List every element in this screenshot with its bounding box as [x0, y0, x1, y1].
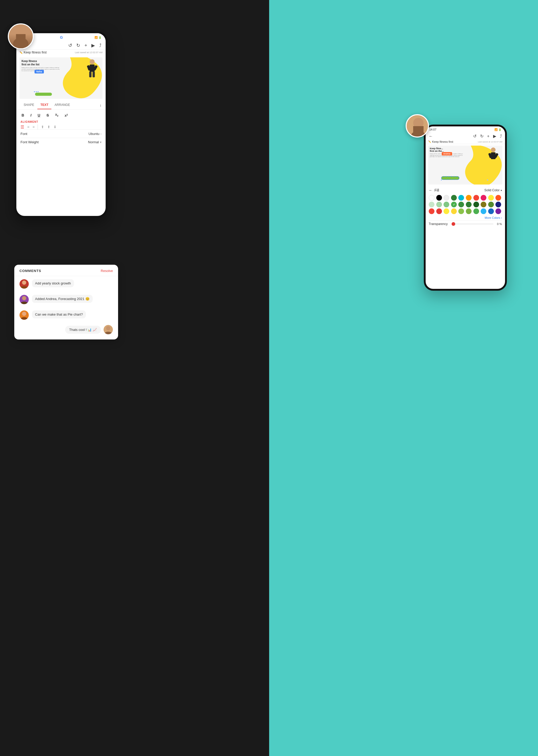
resolve-button[interactable]: Resolve	[101, 269, 113, 273]
font-weight-property-row: Font Weight Normal ▾	[21, 138, 101, 146]
comment-text-2: Added Andrea, Forecasting 2021 😊	[35, 297, 89, 301]
color-yellow2[interactable]	[488, 195, 494, 201]
transparency-value: 0 %	[496, 222, 502, 226]
play-icon[interactable]: ▶	[91, 42, 95, 48]
font-weight-value: Normal	[88, 140, 99, 144]
color-green6[interactable]	[466, 202, 471, 207]
download-icon[interactable]: ↓	[100, 103, 101, 107]
color-lightgreen1[interactable]	[429, 202, 434, 207]
tab-shape[interactable]: SHAPE	[21, 101, 37, 109]
fill-header: ← Fill Solid Color ▾	[429, 188, 502, 192]
color-red3[interactable]	[429, 208, 434, 214]
share-icon[interactable]: ⤴	[99, 43, 101, 48]
phone2-doc-title[interactable]: Keep fitness first	[432, 140, 453, 143]
phone2-play-icon[interactable]: ▶	[493, 134, 496, 138]
svg-rect-12	[413, 126, 424, 135]
align-left-button[interactable]: ☰	[21, 125, 24, 130]
color-purple[interactable]	[496, 208, 501, 214]
color-lightgreen8[interactable]	[458, 208, 464, 214]
fill-back-icon[interactable]: ←	[429, 188, 432, 192]
align-middle-button[interactable]: ⬆	[47, 125, 50, 129]
comment-avatar-2	[20, 295, 29, 304]
svg-point-18	[22, 281, 26, 285]
comment-item-3: Can we make that as Pie chart?	[14, 307, 118, 323]
color-lightgreen2[interactable]	[436, 202, 442, 207]
svg-rect-8	[93, 72, 95, 77]
color-lightgray[interactable]	[444, 195, 449, 201]
color-green3[interactable]	[444, 202, 449, 207]
phone2-undo-icon[interactable]: ↺	[473, 134, 476, 138]
phone2-signal: 📶 🔋	[494, 128, 502, 131]
color-white[interactable]	[429, 195, 434, 201]
phone2-add-icon[interactable]: +	[487, 134, 490, 138]
edit-icon: ✏️	[20, 51, 23, 54]
color-green4-selected[interactable]	[451, 202, 457, 207]
phone1-title-bar: ✏️ Keep fitness first Last saved at 12:0…	[16, 50, 106, 55]
comment-text-1: Add yearly stock growth	[35, 281, 71, 285]
back-icon[interactable]: ←	[429, 134, 433, 138]
phone2-share-icon[interactable]: ⤴	[500, 134, 502, 138]
subscript-button[interactable]: X2	[54, 113, 59, 118]
color-black[interactable]	[436, 195, 442, 201]
color-green10[interactable]	[473, 208, 479, 214]
avatar-2	[405, 114, 429, 137]
color-darkolive[interactable]	[488, 202, 494, 207]
phone1-text-tools: B I U S X2 X2 ALIGNMENT ☰ ≡ ≡ ⬆ ⬆ ⬇ Font…	[16, 110, 106, 148]
color-darkgreen[interactable]	[451, 195, 457, 201]
font-label: Font	[21, 132, 27, 136]
color-yellow3[interactable]	[444, 208, 449, 214]
color-red2[interactable]	[473, 195, 479, 201]
phone2-edit-icon: ✏️	[428, 140, 431, 143]
svg-rect-2	[16, 34, 26, 44]
phone-2: 14:07 📶 🔋 ← ↺ ↻ + ▶ ⤴ ✏️ Keep fitness fi…	[424, 125, 507, 291]
color-deeporange[interactable]	[496, 195, 501, 201]
color-darknavy[interactable]	[496, 202, 501, 207]
strikethrough-button[interactable]: S	[45, 113, 50, 118]
tab-text[interactable]: TEXT	[37, 101, 52, 109]
italic-button[interactable]: I	[29, 113, 32, 118]
color-yellow4[interactable]	[451, 208, 457, 214]
color-green5[interactable]	[458, 202, 464, 207]
comments-panel: COMMENTS Resolve Add yearly stock growth…	[14, 265, 118, 340]
avatar-1	[8, 24, 34, 49]
add-icon[interactable]: +	[84, 43, 87, 48]
transparency-label: Transparency	[429, 222, 450, 226]
align-center-button[interactable]: ≡	[27, 125, 29, 129]
tab-arrange[interactable]: ARRANGE	[51, 101, 73, 109]
color-olive[interactable]	[481, 202, 486, 207]
color-red4[interactable]	[436, 208, 442, 214]
align-top-button[interactable]: ⬆	[41, 125, 44, 129]
color-lightgreen9[interactable]	[466, 208, 471, 214]
color-orange[interactable]	[466, 195, 471, 201]
fill-type-selector[interactable]: Solid Color ▾	[484, 189, 502, 192]
transparency-thumb[interactable]	[452, 222, 455, 226]
align-bottom-button[interactable]: ⬇	[53, 125, 57, 129]
color-pink[interactable]	[481, 195, 486, 201]
phone1-last-saved: Last saved at 12:02:07 AM	[75, 51, 102, 54]
redo-icon[interactable]: ↻	[76, 42, 80, 48]
background-right	[269, 0, 538, 756]
phone2-redo-icon[interactable]: ↻	[480, 134, 483, 138]
phone1-tabs: SHAPE TEXT ARRANGE ↓	[16, 101, 106, 110]
color-green7[interactable]	[473, 202, 479, 207]
comments-title: COMMENTS	[20, 269, 41, 273]
phone1-doc-title[interactable]: Keep fitness first	[24, 51, 47, 54]
phone2-canvas: Keep fitne...first on the... Dealing wit…	[428, 145, 503, 185]
font-weight-value-row[interactable]: Normal ▾	[88, 140, 101, 144]
comment-text-3: Can we make that as Pie chart?	[35, 312, 83, 316]
font-value-row[interactable]: Ubuntu ›	[88, 132, 101, 136]
underline-button[interactable]: U	[36, 113, 41, 118]
superscript-button[interactable]: X2	[64, 113, 69, 118]
color-grid-row1	[429, 195, 502, 201]
more-colors-link[interactable]: More Colors ›	[429, 215, 502, 220]
reply-text: Thats cool ! 📊 📈	[69, 328, 97, 332]
undo-icon[interactable]: ↺	[68, 42, 72, 48]
transparency-slider[interactable]	[452, 223, 493, 225]
comment-bubble-2: Added Andrea, Forecasting 2021 😊	[32, 295, 93, 303]
phone2-status-bar: 14:07 📶 🔋	[426, 127, 505, 133]
color-skyblue[interactable]	[481, 208, 486, 214]
color-cyan[interactable]	[458, 195, 464, 201]
color-darkblue[interactable]	[488, 208, 494, 214]
align-right-button[interactable]: ≡	[32, 125, 34, 129]
bold-button[interactable]: B	[21, 113, 25, 118]
